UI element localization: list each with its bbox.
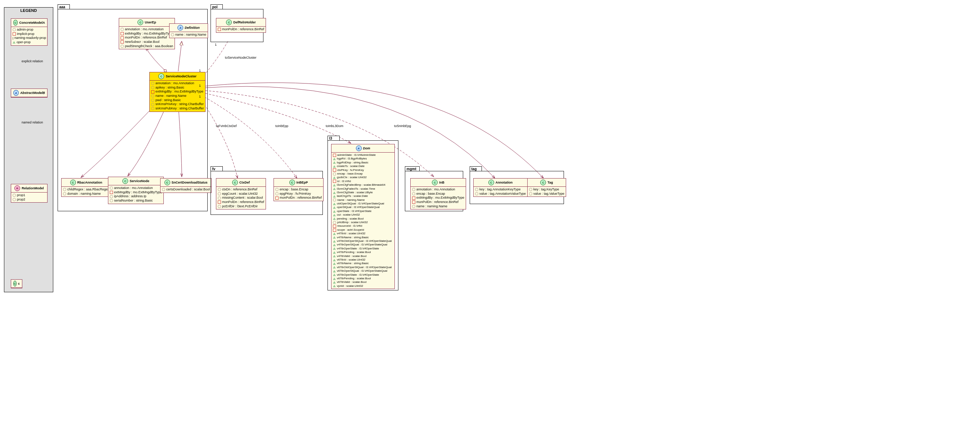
rel-toFvInbCtxDef: toFvInbCtxDef [216, 124, 237, 128]
rel-toSnInbEpg: toSnInbEpg [394, 124, 411, 128]
legend-named-label: named relation [22, 121, 43, 124]
legend-title: LEGEND [4, 8, 53, 13]
class-defrelnholder[interactable]: CDefRelnHolder monPolDn : reference.BinR… [216, 18, 266, 33]
rel-toServiceNodeCluster: toServiceNodeCluster [225, 56, 257, 59]
class-annotation[interactable]: CAnnotation key : tag.AnnotationKeyTypev… [473, 178, 528, 197]
class-sncert[interactable]: CSnCertDownloadStatus certsDownloaded : … [160, 178, 212, 193]
class-service-node[interactable]: CServiceNode annotation : mo.Annotatione… [108, 177, 164, 204]
class-rbac[interactable]: CRbacAnnotation childRegex : aaa.RbacReg… [61, 178, 111, 197]
class-definition[interactable]: ADefinition name : naming.Name [169, 23, 208, 38]
class-dom[interactable]: ADom adminState : l3.VrfAdminStatebgpRd … [331, 144, 395, 289]
pkg-aaa-tab: aaa [57, 4, 70, 9]
class-userEp[interactable]: CUserEp annotation : mo.AnnotationextMng… [119, 18, 175, 49]
legend-abstract-model: AAbstractModelB [11, 89, 48, 97]
legend-c: Cc [11, 279, 22, 288]
class-ctxdef[interactable]: CCtxDef ctxDn : reference.BinRefepgCount… [216, 178, 266, 210]
legend-relation-model: RRelationModel prop1 prop2 [11, 184, 48, 203]
diagram-canvas: LEGEND CConcreteModelA admin-prop implic… [2, 2, 567, 297]
rel-toInbEpp: toInbEpp [275, 124, 288, 128]
class-inbepp[interactable]: CInBEpP encap : base.EncapepgPKey : fv.P… [274, 178, 323, 201]
rel-toInbL3Dom: toInbL3Dom [326, 124, 343, 128]
legend-panel: LEGEND CConcreteModelA admin-prop implic… [4, 7, 53, 292]
class-inb[interactable]: CInB annotation : mo.Annotationencap : b… [410, 178, 466, 210]
legend-explicit-label: explicit relation [22, 59, 43, 63]
legend-modelB-name: AbstractModelB [20, 91, 45, 95]
legend-concrete-model: CConcreteModelA admin-prop implicit-prop… [11, 18, 48, 46]
class-service-node-cluster[interactable]: CServiceNodeCluster annotation : mo.Anno… [150, 72, 205, 112]
class-tag[interactable]: CTag key : tag.KeyTypevalue : tag.ValueT… [527, 178, 566, 197]
legend-modelA-name: ConcreteModelA [19, 21, 45, 24]
